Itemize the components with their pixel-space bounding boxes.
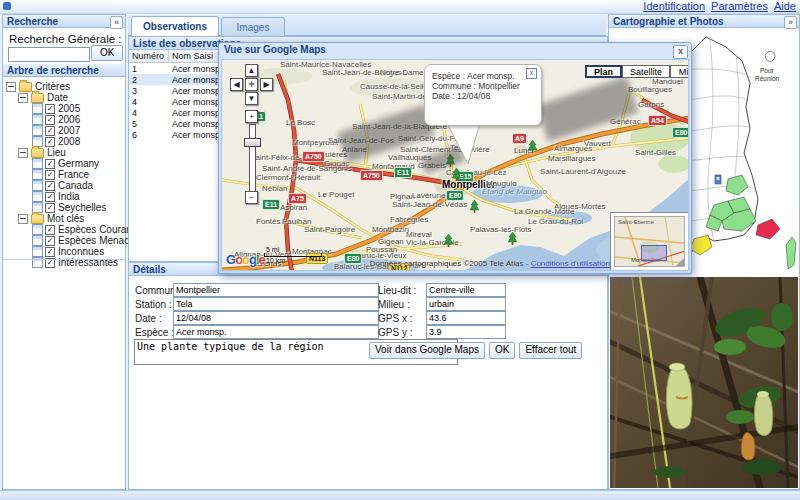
checkbox-icon[interactable]: ✓ [45, 170, 55, 180]
espece-field[interactable] [173, 325, 379, 339]
commune-field[interactable] [173, 283, 379, 297]
list-icon [32, 180, 43, 191]
tree-leaf-canada[interactable]: ✓Canada [6, 180, 123, 191]
checkbox-icon[interactable]: ✓ [45, 115, 55, 125]
tree-leaf-seychelles[interactable]: ✓Seychelles [6, 202, 123, 213]
list-icon [32, 246, 43, 257]
search-panel-title: Recherche [7, 16, 58, 27]
milieu-field[interactable] [426, 297, 506, 311]
bubble-commune: Commune : Montpellier [432, 81, 536, 91]
google-maps-window[interactable]: Vue sur Google Maps x [218, 42, 692, 274]
maptype-satellite-button[interactable]: Satellite [622, 65, 670, 78]
tree-node-motcles[interactable]: Mot clés [6, 213, 123, 224]
gpsx-field[interactable] [426, 311, 506, 325]
menu-aide[interactable]: Aide [774, 0, 796, 12]
expander-icon[interactable] [18, 93, 28, 103]
tree-leaf-especes-courantes[interactable]: ✓Espèces Courantes [6, 224, 123, 235]
date-field[interactable] [173, 311, 379, 325]
tree-leaf-france[interactable]: ✓France [6, 169, 123, 180]
tree-marker-icon[interactable] [470, 200, 479, 213]
tree-leaf-2006[interactable]: ✓2006 [6, 114, 123, 125]
expander-icon[interactable] [6, 82, 16, 92]
road-shield: E80 [672, 127, 689, 138]
col-numero[interactable]: Numéro [129, 50, 169, 62]
pan-up-button[interactable]: ▲ [245, 64, 258, 77]
tab-observations[interactable]: Observations [131, 16, 219, 37]
search-ok-button[interactable]: OK [91, 45, 123, 61]
pan-right-button[interactable]: ▶ [260, 78, 273, 91]
zoom-slider-thumb[interactable] [244, 138, 261, 147]
tree-node-lieu[interactable]: Lieu [6, 147, 123, 158]
inset-label-reunion: Réunion [755, 75, 780, 82]
tree-node-date[interactable]: Date [6, 92, 123, 103]
tree-leaf-2008[interactable]: ✓2008 [6, 136, 123, 147]
zoom-out-button[interactable]: − [245, 191, 258, 204]
tree-leaf-especes-menacees[interactable]: ✓Espèces Menacées [6, 235, 123, 246]
tree-leaf-2005[interactable]: ✓2005 [6, 103, 123, 114]
tree-leaf-germany[interactable]: ✓Germany [6, 158, 123, 169]
bubble-close-icon[interactable]: x [526, 68, 537, 79]
popup-close-icon[interactable]: x [673, 45, 688, 59]
voir-google-maps-button[interactable]: Voir dans Google Maps [369, 342, 485, 359]
map-marker-icon [715, 175, 721, 184]
checkbox-icon[interactable]: ✓ [45, 225, 55, 235]
checkbox-icon[interactable]: ✓ [45, 247, 55, 257]
map-water-label: Étang de Mauguio [482, 187, 547, 196]
pan-down-button[interactable]: ▼ [245, 92, 258, 105]
tab-images[interactable]: Images [221, 17, 285, 37]
pan-center-button[interactable]: ✛ [245, 78, 258, 91]
tree-marker-icon[interactable] [452, 168, 461, 181]
road-shield: E11 [394, 167, 412, 178]
zoom-in-button[interactable]: + [245, 110, 258, 123]
station-label: Station : [135, 299, 172, 310]
collapse-left-icon[interactable]: « [110, 16, 123, 29]
details-ok-button[interactable]: OK [489, 342, 515, 359]
tree-marker-icon[interactable] [508, 232, 517, 245]
checkbox-icon[interactable]: ✓ [45, 104, 55, 114]
tree-marker-icon[interactable] [444, 234, 453, 247]
google-map-canvas[interactable]: Saint-Maurice-Navacelles Saint-Jean-de-B… [221, 59, 689, 271]
checkbox-icon[interactable]: ✓ [45, 137, 55, 147]
search-panel-header: Recherche « [3, 15, 125, 28]
search-tree: Critères Date ✓2005 ✓2006 ✓2007 ✓2008 Li… [6, 81, 123, 268]
conditions-link[interactable]: Conditions d'utilisation [531, 259, 610, 268]
gpsy-field[interactable] [426, 325, 506, 339]
tree-leaf-2007[interactable]: ✓2007 [6, 125, 123, 136]
search-input[interactable] [8, 47, 90, 62]
expander-icon[interactable] [18, 148, 28, 158]
folder-icon [31, 148, 44, 158]
checkbox-icon[interactable]: ✓ [45, 203, 55, 213]
menu-parametres[interactable]: Paramètres [711, 0, 768, 12]
details-panel-title: Détails [133, 264, 166, 275]
status-bar [0, 490, 800, 500]
tree-marker-icon[interactable] [528, 140, 537, 153]
cartographie-panel-header: Cartographie et Photos » [609, 15, 799, 28]
effacer-tout-button[interactable]: Effacer tout [519, 342, 582, 359]
tree-panel-header: Arbre de recherche [3, 64, 125, 77]
checkbox-icon[interactable]: ✓ [45, 159, 55, 169]
road-shield: E80 [446, 190, 464, 201]
lieudit-field[interactable] [426, 283, 506, 297]
minimap-viewport[interactable] [641, 245, 667, 261]
maptype-plan-button[interactable]: Plan [585, 65, 622, 78]
tree-leaf-india[interactable]: ✓India [6, 191, 123, 202]
zoom-slider-track[interactable] [249, 124, 256, 192]
map-town-label: Fontès [256, 217, 280, 226]
checkbox-icon[interactable]: ✓ [45, 236, 55, 246]
checkbox-icon[interactable]: ✓ [45, 192, 55, 202]
maptype-mixte-button[interactable]: Mixte [670, 65, 689, 78]
folder-icon [19, 82, 32, 92]
tab-strip: Observations Images [128, 14, 606, 36]
station-field[interactable] [173, 297, 379, 311]
checkbox-icon[interactable]: ✓ [45, 181, 55, 191]
overview-minimap[interactable]: Saint-Etienne Montpellier [610, 212, 688, 270]
pan-left-button[interactable]: ◀ [230, 78, 243, 91]
tree-leaf-inconnues[interactable]: ✓Inconnues [6, 246, 123, 257]
menu-identification[interactable]: Identification [643, 0, 705, 12]
tree-node-criteres[interactable]: Critères [6, 81, 123, 92]
collapse-right-icon[interactable]: » [784, 16, 797, 29]
minimap-resize-handle[interactable] [676, 258, 684, 266]
checkbox-icon[interactable]: ✓ [45, 126, 55, 136]
list-icon [32, 235, 43, 246]
expander-icon[interactable] [18, 214, 28, 224]
